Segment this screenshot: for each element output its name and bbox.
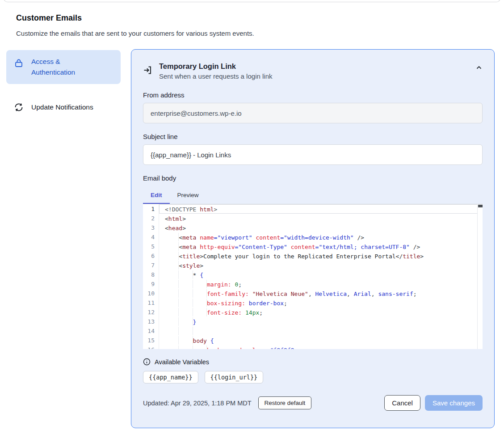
code-line[interactable]: 11 box-sizing: border-box; [143,298,483,307]
code-line[interactable]: 4 <meta name="viewport" content="width=d… [143,232,483,242]
previous-card-bottom-edge [4,0,500,2]
email-types-sidebar: Access & Authentication Update Notificat… [6,50,121,119]
lock-icon [13,58,24,68]
card-header-text: Temporary Login Link Sent when a user re… [159,61,272,82]
code-line[interactable]: 13 } [143,317,483,326]
card-header: Temporary Login Link Sent when a user re… [143,61,483,82]
chevron-up-icon[interactable] [475,64,483,82]
code-line[interactable]: 9 margin: 0; [143,279,483,289]
editor-scrollbar[interactable] [477,204,483,349]
restore-default-button[interactable]: Restore default [258,396,312,409]
from-address-input[interactable] [143,103,483,123]
footer-actions: Cancel Save changes [384,395,483,411]
code-line[interactable]: 6 <title>Complete your login to the Repl… [143,251,483,261]
code-editor[interactable]: 1<!DOCTYPE html>2<html>3<head>4 <meta na… [143,204,483,349]
code-line[interactable]: 3<head> [143,223,483,232]
tab-preview[interactable]: Preview [170,188,206,204]
code-line[interactable]: 1<!DOCTYPE html> [143,204,483,214]
card-subtitle: Sent when a user requests a login link [159,71,272,82]
code-line[interactable]: 8 * { [143,270,483,279]
login-icon [143,65,153,82]
info-icon [143,358,151,366]
page-subtitle: Customize the emails that are sent to yo… [16,29,254,37]
variable-chip-login-url[interactable]: {{login_url}} [205,371,264,383]
sidebar-item-label: Update Notifications [31,102,93,113]
card-footer: Updated: Apr 29, 2025, 1:18 PM MDT Resto… [143,395,483,411]
code-line[interactable]: 16 background-color: #f8f8f8; [143,345,483,349]
subject-line-input[interactable] [143,144,483,165]
temporary-login-link-card: Temporary Login Link Sent when a user re… [131,49,495,428]
email-body-tabs: Edit Preview [143,188,483,204]
code-line[interactable]: 2<html> [143,214,483,223]
sidebar-item-label: Access & Authentication [31,56,98,78]
updated-timestamp: Updated: Apr 29, 2025, 1:18 PM MDT [143,400,252,407]
tab-edit[interactable]: Edit [143,188,170,204]
available-variables-header: Available Variables [143,358,483,366]
editor-scrollbar-thumb[interactable] [478,205,483,207]
code-line[interactable]: 7 <style> [143,261,483,270]
subject-line-label: Subject line [143,133,483,140]
email-body-label: Email body [143,174,483,182]
refresh-icon [13,102,24,113]
save-changes-button[interactable]: Save changes [425,395,483,411]
from-address-label: From address [143,91,483,99]
code-line[interactable]: 5 <meta http-equiv="Content-Type" conten… [143,242,483,251]
available-variables-label: Available Variables [155,358,209,366]
sidebar-item-access-authentication[interactable]: Access & Authentication [6,50,121,84]
sidebar-item-update-notifications[interactable]: Update Notifications [6,96,121,119]
cancel-button[interactable]: Cancel [384,395,420,411]
code-line[interactable]: 10 font-family: "Helvetica Neue", Helvet… [143,289,483,298]
page-title: Customer Emails [16,13,82,23]
card-title: Temporary Login Link [159,61,272,71]
code-line[interactable]: 14 [143,326,483,336]
code-line[interactable]: 12 font-size: 14px; [143,307,483,317]
variable-chips: {{app_name}} {{login_url}} [143,371,483,383]
code-editor-lines: 1<!DOCTYPE html>2<html>3<head>4 <meta na… [143,204,483,349]
code-line[interactable]: 15 body { [143,336,483,345]
variable-chip-app-name[interactable]: {{app_name}} [143,371,198,383]
